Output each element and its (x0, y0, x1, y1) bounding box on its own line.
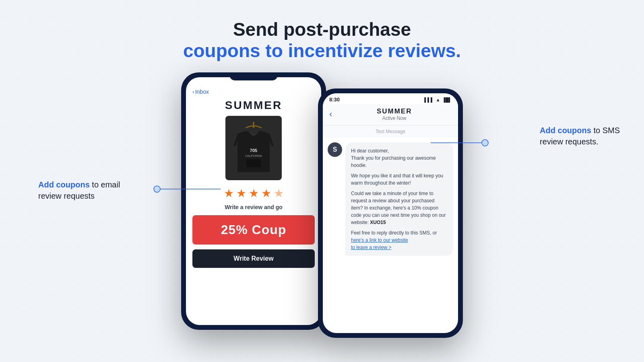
wifi-icon: ▲ (436, 97, 440, 102)
sms-contact-name: SUMMER (337, 107, 452, 115)
hoodie-svg: 705 CALIFORNIA (229, 120, 278, 176)
inbox-label: Inbox (195, 88, 209, 95)
email-stars: ★ ★ ★ ★ ★ (224, 187, 284, 200)
annotation-left: Add coupons to emailreview requests (38, 179, 120, 202)
sms-messages-area: S Hi dear customer,Thank you for purchas… (323, 138, 458, 261)
header: Send post-purchase coupons to incentiviz… (183, 19, 461, 62)
email-write-review-btn[interactable]: Write Review (192, 249, 315, 268)
sms-contact-status: Active Now (337, 115, 452, 121)
phone-sms: 8:30 ▌▌▌ ▲ ▐█▌ ‹ SUMMER Active Now (318, 88, 463, 338)
sms-avatar-letter: S (333, 146, 337, 153)
email-product-img: 705 CALIFORNIA (225, 116, 282, 180)
phones-container: ‹ Inbox SUMMER (181, 64, 463, 338)
svg-point-3 (482, 140, 488, 146)
svg-point-1 (154, 186, 160, 192)
email-inbox-bar: ‹ Inbox (192, 88, 315, 95)
sms-header-info: SUMMER Active Now (337, 107, 452, 121)
sms-header: ‹ SUMMER Active Now (323, 104, 458, 125)
sms-time: 8:30 (329, 97, 340, 103)
sms-msg-4: Feel free to reply directly to this SMS,… (351, 229, 448, 251)
email-back-btn[interactable]: ‹ Inbox (192, 88, 209, 95)
email-review-subtitle: Write a review and go (225, 204, 283, 210)
sms-status-bar: 8:30 ▌▌▌ ▲ ▐█▌ (323, 93, 458, 104)
sms-back-btn[interactable]: ‹ (329, 109, 332, 119)
phone-email-notch (229, 72, 278, 80)
coupon-text: 25% Coup (200, 222, 308, 237)
sms-bubble: Hi dear customer,Thank you for purchasin… (345, 142, 453, 256)
sms-msg-3: Could we take a minute of your time to r… (351, 190, 448, 226)
email-coupon-banner: 25% Coup (192, 215, 315, 245)
sms-msg-1: Hi dear customer,Thank you for purchasin… (351, 147, 448, 169)
sms-status-icons: ▌▌▌ ▲ ▐█▌ (424, 97, 452, 102)
email-brand: SUMMER (192, 99, 315, 112)
sms-coupon-code: XUO15 (370, 220, 386, 225)
sms-avatar: S (328, 142, 342, 157)
header-line1: Send post-purchase (183, 19, 461, 40)
annotation-right-blue: Add coupons (540, 126, 591, 135)
header-line2: coupons to incentivize reviews. (183, 40, 461, 62)
phone-sms-screen: 8:30 ▌▌▌ ▲ ▐█▌ ‹ SUMMER Active Now (323, 93, 458, 333)
sms-link[interactable]: here's a link to our websiteto leave a r… (351, 237, 408, 250)
sms-message-label: Text Message (323, 125, 458, 138)
svg-rect-7 (246, 159, 261, 167)
annotation-right: Add coupons to SMSreview requests. (540, 125, 620, 147)
email-screen-inner: ‹ Inbox SUMMER (186, 77, 321, 274)
annotation-left-blue: Add coupons (38, 180, 90, 189)
signal-bars-icon: ▌▌▌ (424, 97, 433, 102)
svg-text:CALIFORNIA: CALIFORNIA (245, 154, 262, 157)
page-wrapper: Send post-purchase coupons to incentiviz… (0, 0, 644, 362)
battery-icon: ▐█▌ (442, 97, 452, 102)
sms-msg-2: We hope you like it and that it will kee… (351, 172, 448, 187)
phone-email-screen: ‹ Inbox SUMMER (186, 77, 321, 325)
phone-email: ‹ Inbox SUMMER (181, 72, 326, 330)
svg-text:705: 705 (250, 148, 257, 153)
